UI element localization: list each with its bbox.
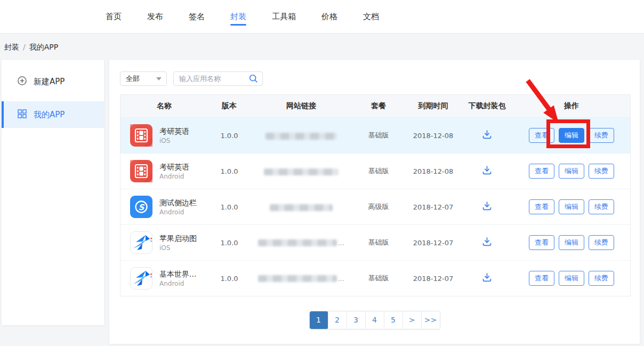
- app-icon-bird: [130, 231, 152, 254]
- download-icon[interactable]: [481, 272, 493, 283]
- action-button-renew[interactable]: 续费: [589, 235, 614, 250]
- page-button-5[interactable]: 5: [384, 311, 403, 329]
- search-input[interactable]: [174, 75, 249, 83]
- column-header: 版本: [208, 101, 251, 111]
- sidebar-item-my-app[interactable]: 我的APP: [2, 101, 104, 128]
- table-row: 考研英语Android1.0.0基础版2018-12-08查看编辑续费: [120, 153, 630, 189]
- action-button-view[interactable]: 查看: [529, 235, 554, 250]
- svg-text:S: S: [139, 203, 145, 212]
- app-icon-bird: [130, 267, 152, 289]
- app-name-block: 基本世界...Android: [159, 269, 196, 288]
- app-platform: Android: [159, 172, 189, 181]
- app-icon-sogou: S: [130, 196, 152, 218]
- nav-tab[interactable]: 工具箱: [272, 12, 296, 22]
- actions-cell: 查看编辑续费: [513, 164, 630, 179]
- sidebar-item-new-app[interactable]: 新建APP: [2, 69, 104, 94]
- app-version: 1.0.0: [208, 239, 251, 247]
- app-title: 考研英语: [159, 162, 189, 172]
- action-button-edit[interactable]: 编辑: [559, 199, 584, 214]
- app-version: 1.0.0: [208, 203, 251, 211]
- sidebar-item-label: 新建APP: [34, 77, 65, 87]
- app-title: 考研英语: [159, 126, 189, 136]
- page-button-2[interactable]: 2: [328, 311, 347, 329]
- next-page-button[interactable]: >: [403, 311, 422, 329]
- page-button-4[interactable]: 4: [366, 311, 384, 329]
- download-icon[interactable]: [481, 200, 493, 212]
- action-button-edit[interactable]: 编辑: [559, 128, 584, 143]
- nav-tab[interactable]: 首页: [106, 12, 122, 22]
- nav-tab[interactable]: 价格: [321, 12, 337, 22]
- blurred-url-strip: [258, 275, 337, 282]
- app-name-cell: 基本世界...Android: [120, 267, 208, 289]
- actions-cell: 查看编辑续费: [513, 235, 630, 250]
- action-button-renew[interactable]: 续费: [589, 271, 614, 286]
- download-cell: [461, 200, 513, 213]
- page-button-1[interactable]: 1: [310, 311, 328, 329]
- actions-cell: 查看编辑续费: [513, 271, 630, 286]
- app-name-cell: 苹果启动图iOS: [120, 231, 208, 254]
- breadcrumb: 封装/我的APP: [4, 43, 58, 52]
- sidebar-item-label: 我的APP: [34, 110, 65, 120]
- nav-tab[interactable]: 发布: [147, 12, 163, 22]
- app-name-cell: 考研英语iOS: [120, 124, 208, 147]
- sidebar: 新建APP我的APP: [2, 60, 104, 325]
- action-button-edit[interactable]: 编辑: [559, 271, 584, 286]
- action-button-edit[interactable]: 编辑: [559, 164, 584, 179]
- blurred-url-strip: [265, 133, 337, 140]
- app-name-block: 测试侧边栏Android: [159, 198, 197, 216]
- app-title: 苹果启动图: [159, 234, 197, 244]
- action-button-view[interactable]: 查看: [529, 128, 554, 143]
- breadcrumb-separator: /: [23, 43, 26, 51]
- app-expire-date: 2018-12-07: [405, 239, 461, 247]
- app-title: 测试侧边栏: [159, 198, 197, 208]
- blurred-url-strip: [270, 204, 333, 211]
- download-icon[interactable]: [481, 165, 493, 176]
- app-expire-date: 2018-12-08: [405, 132, 461, 140]
- app-plan: 基础版: [352, 273, 405, 283]
- action-button-renew[interactable]: 续费: [589, 128, 614, 143]
- app-name-cell: 考研英语Android: [120, 160, 208, 182]
- last-page-button[interactable]: >>: [422, 311, 440, 329]
- column-header: 网站链接: [251, 101, 352, 111]
- action-button-renew[interactable]: 续费: [589, 164, 614, 179]
- app-version: 1.0.0: [208, 132, 251, 140]
- download-cell: [461, 272, 513, 285]
- app-name-cell: S测试侧边栏Android: [120, 196, 208, 218]
- actions-cell: 查看编辑续费: [513, 199, 630, 214]
- plus-circle-icon: [18, 76, 27, 87]
- action-button-view[interactable]: 查看: [529, 164, 554, 179]
- download-cell: [461, 236, 513, 249]
- nav-tab[interactable]: 签名: [189, 12, 205, 22]
- breadcrumb-item[interactable]: 封装: [4, 43, 19, 51]
- column-header: 到期时间: [405, 101, 461, 111]
- action-button-edit[interactable]: 编辑: [559, 235, 584, 250]
- download-icon[interactable]: [481, 129, 493, 140]
- app-expire-date: 2018-12-08: [405, 167, 461, 175]
- download-icon[interactable]: [481, 236, 493, 247]
- actions-cell: 查看编辑续费: [513, 128, 630, 143]
- grid-icon: [18, 109, 27, 120]
- table-header-row: 名称版本网站链接套餐到期时间下载封装包操作: [120, 95, 630, 117]
- download-cell: [461, 165, 513, 178]
- action-button-view[interactable]: 查看: [529, 271, 554, 286]
- main-nav: 首页发布签名封装工具箱价格文档: [0, 0, 644, 33]
- page-button-3[interactable]: 3: [347, 311, 366, 329]
- app-version: 1.0.0: [208, 275, 251, 283]
- category-select-value: 全部: [126, 74, 140, 84]
- nav-tab[interactable]: 文档: [363, 12, 379, 22]
- url-ellipsis: ...: [338, 239, 344, 247]
- table-row: 苹果启动图iOS1.0.0...基础版2018-12-07查看编辑续费: [120, 224, 630, 260]
- table-row: S测试侧边栏Android1.0.0高级版2018-12-07查看编辑续费: [120, 189, 630, 224]
- action-button-renew[interactable]: 续费: [589, 199, 614, 214]
- nav-tab[interactable]: 封装: [230, 12, 246, 22]
- action-button-view[interactable]: 查看: [529, 199, 554, 214]
- app-url-redacted: [251, 132, 352, 140]
- app-url-redacted: [251, 167, 352, 175]
- app-platform: Android: [159, 208, 197, 216]
- search-icon[interactable]: [249, 74, 262, 83]
- category-select[interactable]: 全部: [120, 71, 167, 86]
- app-plan: 基础版: [352, 238, 405, 247]
- app-platform: iOS: [159, 244, 197, 252]
- download-cell: [461, 129, 513, 142]
- app-version: 1.0.0: [208, 167, 251, 175]
